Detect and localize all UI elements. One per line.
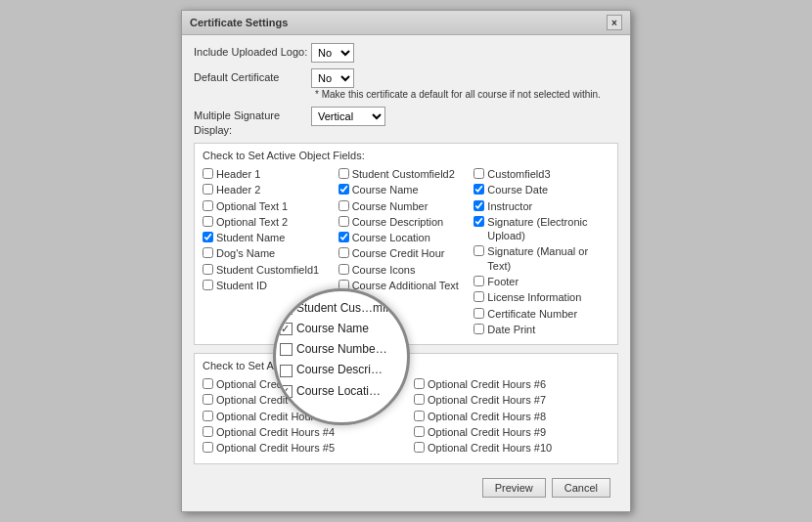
object-field-item: Dog's Name (203, 246, 338, 260)
object-field-checkbox[interactable] (474, 184, 484, 195)
object-field-label: Signature (Electronic Upload) (487, 215, 609, 243)
credit-field-checkbox[interactable] (203, 442, 213, 453)
include-logo-label: Include Uploaded Logo: (194, 43, 311, 59)
object-field-item: Optional Text 2 (203, 215, 338, 229)
object-field-item: Student Customfield2 (338, 167, 474, 181)
object-field-checkbox[interactable] (474, 245, 484, 256)
default-cert-control: No Yes * Make this certificate a default… (311, 68, 618, 101)
object-field-item: Course Credit Hour (338, 246, 474, 260)
default-cert-row: Default Certificate No Yes * Make this c… (194, 68, 618, 101)
object-field-checkbox[interactable] (203, 200, 213, 211)
object-field-label: Footer (487, 275, 519, 288)
object-field-checkbox[interactable] (474, 216, 484, 227)
object-field-checkbox[interactable] (474, 324, 484, 334)
credit-fields-section: Check to Set Active Custom Credit Fields… (194, 353, 618, 463)
object-field-checkbox[interactable] (338, 184, 349, 195)
credit-field-checkbox[interactable] (203, 378, 213, 389)
object-field-checkbox[interactable] (203, 247, 213, 258)
object-field-checkbox[interactable] (338, 168, 349, 179)
dialog-body: Include Uploaded Logo: No Yes Default Ce… (182, 35, 630, 510)
credit-field-item: Optional Credit Hours #2 (203, 393, 398, 407)
object-field-checkbox[interactable] (338, 216, 349, 227)
credit-field-item: Optional Credit Hours #9 (414, 425, 609, 439)
credit-field-checkbox[interactable] (414, 442, 425, 453)
object-field-checkbox[interactable] (474, 200, 484, 211)
credit-field-label: Optional Credit Hours #6 (428, 377, 546, 391)
object-field-label: Course Icons (352, 263, 416, 277)
object-field-checkbox[interactable] (203, 184, 213, 195)
multiple-sig-select[interactable]: Vertical Horizontal (311, 107, 385, 126)
credit-fields-label: Check to Set Active Custom Credit Fields… (203, 360, 609, 371)
object-field-label: Optional Text 2 (216, 215, 288, 229)
credit-field-label: Optional Credit Hours #8 (428, 410, 546, 423)
cancel-button[interactable]: Cancel (552, 478, 610, 498)
object-field-checkbox[interactable] (474, 308, 484, 319)
object-field-item: Date Print (474, 323, 609, 336)
credit-field-item: Optional Credit Hours #10 (414, 441, 609, 455)
object-field-label: Course Number (352, 199, 429, 213)
object-field-label: Student Customfield2 (352, 167, 455, 181)
object-field-item: Footer (474, 275, 609, 288)
credit-field-label: Optional Credit Hours #4 (216, 425, 335, 439)
object-field-checkbox[interactable] (474, 276, 484, 286)
object-field-label: Course Credit Hour (352, 246, 445, 260)
object-fields-col2: Student Customfield2Course NameCourse Nu… (338, 167, 474, 338)
credit-field-checkbox[interactable] (203, 426, 213, 437)
object-field-label: Student ID (216, 279, 267, 292)
object-field-item: Signature (Manual or Text) (474, 244, 609, 273)
object-field-checkbox[interactable] (338, 200, 349, 211)
credit-field-checkbox[interactable] (414, 426, 425, 437)
object-field-label: Course Description (352, 215, 444, 229)
credit-field-checkbox[interactable] (414, 411, 425, 421)
credit-grid: Optional Credit Hours #1Optional Credit … (203, 377, 609, 457)
object-fields-grid: Header 1Header 2Optional Text 1Optional … (203, 167, 609, 338)
object-field-label: Customfield3 (487, 167, 550, 181)
object-field-label: Dog's Name (216, 246, 275, 260)
object-field-item: Student Name (203, 231, 338, 244)
multiple-sig-control: Vertical Horizontal (311, 107, 618, 126)
object-field-label: Instructor (487, 199, 532, 213)
active-objects-section: Check to Set Active Object Fields: Heade… (194, 143, 618, 345)
object-field-checkbox[interactable] (474, 168, 484, 179)
default-cert-label: Default Certificate (194, 68, 311, 84)
object-field-label: Header 1 (216, 167, 260, 181)
object-field-checkbox[interactable] (338, 280, 349, 290)
default-cert-select[interactable]: No Yes (311, 68, 354, 88)
preview-button[interactable]: Preview (482, 478, 546, 498)
object-field-checkbox[interactable] (203, 168, 213, 179)
credit-field-checkbox[interactable] (203, 411, 213, 421)
close-button[interactable]: × (607, 15, 622, 30)
object-field-label: Header 2 (216, 183, 260, 196)
object-field-item: Course Name (338, 183, 474, 196)
credit-col1: Optional Credit Hours #1Optional Credit … (203, 377, 398, 457)
object-field-checkbox[interactable] (203, 232, 213, 242)
object-field-item: License Information (474, 290, 609, 304)
object-field-item: Header 2 (203, 183, 338, 196)
object-field-item: Instructor (474, 199, 609, 213)
credit-col2: Optional Credit Hours #6Optional Credit … (414, 377, 609, 457)
object-field-checkbox[interactable] (338, 247, 349, 258)
object-field-checkbox[interactable] (203, 216, 213, 227)
credit-field-label: Optional Credit Hours #7 (428, 393, 546, 407)
include-logo-select[interactable]: No Yes (311, 43, 354, 63)
object-field-checkbox[interactable] (338, 264, 349, 275)
object-field-item: Course Date (474, 183, 609, 196)
object-field-item: Student ID (203, 279, 338, 292)
multiple-sig-label: Multiple Signature Display: (194, 107, 311, 137)
object-field-label: Date Print (487, 323, 535, 336)
credit-field-checkbox[interactable] (414, 394, 425, 405)
object-field-item: Course Additional Text (338, 279, 474, 292)
object-field-item: Course Location (338, 231, 474, 244)
include-logo-control: No Yes (311, 43, 618, 63)
credit-field-item: Optional Credit Hours #6 (414, 377, 609, 391)
credit-field-checkbox[interactable] (414, 378, 425, 389)
object-field-checkbox[interactable] (474, 291, 484, 302)
credit-field-checkbox[interactable] (203, 394, 213, 405)
credit-field-item: Optional Credit Hours #1 (203, 377, 398, 391)
object-field-checkbox[interactable] (338, 232, 349, 242)
object-field-checkbox[interactable] (203, 280, 213, 290)
object-field-label: Course Date (487, 183, 548, 196)
object-field-checkbox[interactable] (203, 264, 213, 275)
object-field-item: Optional Text 1 (203, 199, 338, 213)
object-field-item: Course Icons (338, 263, 474, 277)
